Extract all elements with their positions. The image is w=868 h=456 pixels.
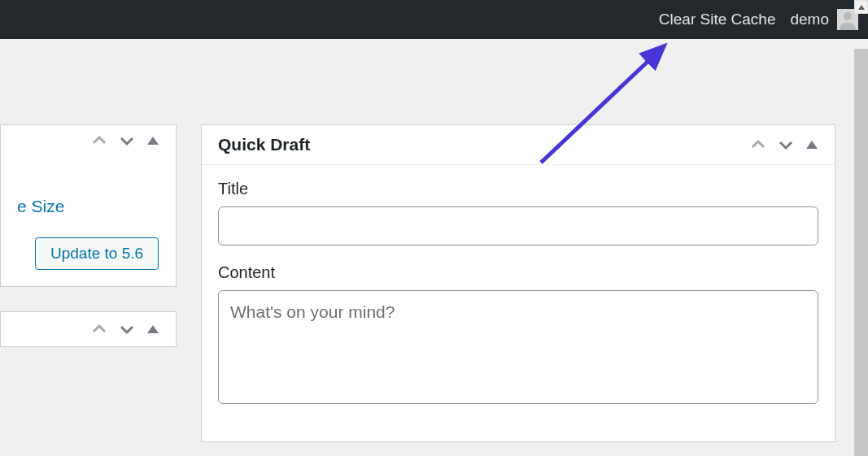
svg-marker-3 bbox=[147, 325, 159, 333]
size-link[interactable]: e Size bbox=[17, 197, 64, 215]
svg-point-1 bbox=[844, 12, 852, 20]
toggle-icon[interactable] bbox=[146, 135, 159, 146]
move-down-icon[interactable] bbox=[119, 135, 135, 146]
move-up-icon[interactable] bbox=[750, 139, 766, 150]
admin-topbar: Clear Site Cache demo bbox=[0, 0, 868, 39]
move-down-icon[interactable] bbox=[778, 139, 794, 150]
svg-marker-7 bbox=[858, 5, 865, 10]
move-down-icon[interactable] bbox=[119, 324, 135, 335]
move-up-icon[interactable] bbox=[91, 324, 107, 335]
content-label: Content bbox=[218, 263, 818, 282]
left-widget-2 bbox=[0, 311, 177, 347]
move-up-icon[interactable] bbox=[91, 135, 107, 146]
username-label: demo bbox=[790, 11, 829, 28]
toggle-icon[interactable] bbox=[146, 324, 159, 335]
toggle-icon[interactable] bbox=[805, 139, 818, 150]
update-button[interactable]: Update to 5.6 bbox=[35, 237, 159, 270]
clear-cache-link[interactable]: Clear Site Cache bbox=[659, 11, 776, 28]
title-input[interactable] bbox=[218, 206, 818, 245]
scrollbar-thumb[interactable] bbox=[854, 49, 868, 456]
svg-marker-4 bbox=[806, 141, 818, 149]
user-menu[interactable]: demo bbox=[790, 9, 858, 30]
scrollbar-up-button[interactable] bbox=[854, 0, 868, 14]
panel-title: Quick Draft bbox=[218, 135, 310, 154]
left-widget-1: e Size Update to 5.6 bbox=[0, 124, 177, 287]
title-label: Title bbox=[218, 180, 818, 198]
content-textarea[interactable] bbox=[218, 290, 818, 404]
quick-draft-panel: Quick Draft Title Content bbox=[201, 124, 835, 442]
svg-marker-2 bbox=[147, 137, 159, 145]
